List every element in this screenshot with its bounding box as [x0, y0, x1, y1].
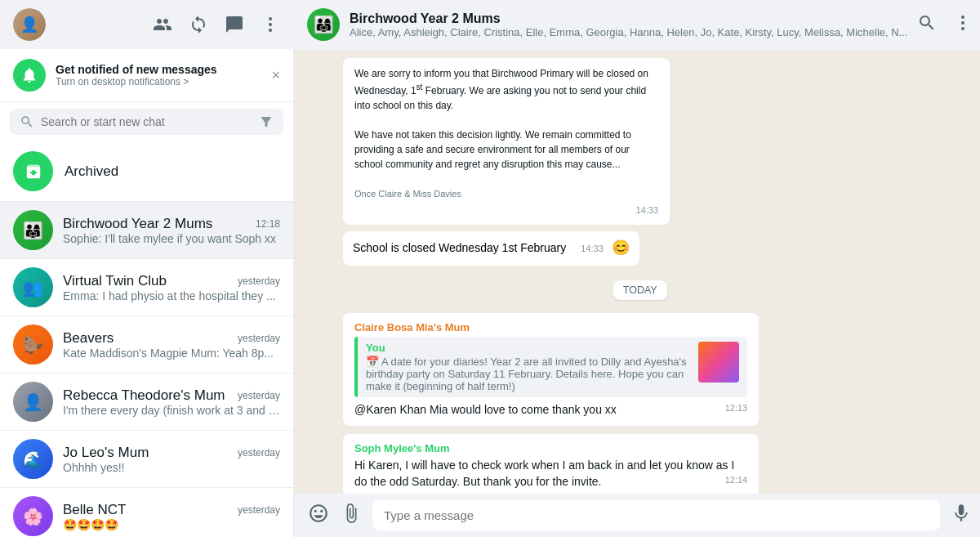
chat-info-birchwood: Birchwood Year 2 Mums 12:18 Sophie: I'll…	[63, 216, 280, 245]
sender-soph: Soph Mylee's Mum	[354, 442, 747, 454]
chat-time: yesterday	[238, 447, 280, 459]
chat-preview: Emma: I had physio at the hospital they …	[63, 289, 280, 302]
msg-time-soph: 12:14	[725, 474, 748, 486]
chat-header-icons	[917, 13, 973, 36]
avatar-virtual-twin: 👥	[13, 267, 53, 307]
chat-item-beavers[interactable]: 🦫 Beavers yesterday Kate Maddison's Magp…	[0, 316, 293, 374]
notif-text: Get notified of new messages Turn on des…	[56, 63, 217, 87]
chat-name: Jo Leo's Mum	[63, 445, 149, 461]
chat-info-rebecca: Rebecca Theodore's Mum yesterday I'm the…	[63, 387, 280, 417]
input-bar	[294, 494, 980, 537]
chat-name: Beavers	[63, 330, 114, 347]
search-inner	[10, 109, 283, 135]
quoted-message: You 📅 A date for your diaries! Year 2 ar…	[354, 337, 747, 397]
notif-subtitle[interactable]: Turn on desktop notifications >	[56, 76, 217, 87]
avatar-birchwood: 👨‍👩‍👧	[13, 210, 53, 250]
school-closed-msg-wrap: School is closed Wednesday 1st February …	[343, 231, 937, 265]
avatar-jo: 🌊	[13, 439, 53, 479]
chat-top: Birchwood Year 2 Mums 12:18	[63, 216, 280, 232]
archive-icon	[13, 151, 53, 191]
chat-time: yesterday	[238, 275, 280, 287]
chat-time: yesterday	[238, 333, 280, 344]
msg-body-claire: @Karen Khan Mia would love to come thank…	[354, 402, 747, 418]
chat-header-members: Alice, Amy, Ashleigh, Claire, Cristina, …	[350, 26, 907, 38]
school-closed-time: 14:33	[581, 243, 604, 255]
emoji-icon[interactable]	[307, 503, 330, 529]
sidebar-header: 👤	[0, 0, 293, 49]
chat-panel: 👨‍👩‍👧 Birchwood Year 2 Mums Alice, Amy, …	[294, 0, 980, 537]
chat-info-jo: Jo Leo's Mum yesterday Ohhhh yes!!	[63, 445, 280, 474]
chat-preview: 🤩🤩🤩🤩	[63, 518, 280, 531]
avatar-beavers: 🦫	[13, 324, 53, 365]
filter-icon[interactable]	[259, 114, 274, 129]
svg-point-0	[269, 17, 272, 20]
chat-item-belle[interactable]: 🌸 Belle NCT yesterday 🤩🤩🤩🤩	[0, 488, 293, 537]
msg-body-soph: Hi Karen, I will have to check work when…	[354, 458, 747, 490]
user-avatar[interactable]: 👤	[13, 8, 46, 41]
chat-name: Belle NCT	[63, 502, 126, 518]
school-message-bubble: We are sorry to inform you that Birchwoo…	[343, 58, 670, 225]
chat-info-virtual-twin: Virtual Twin Club yesterday Emma: I had …	[63, 273, 280, 302]
day-divider: TODAY	[343, 280, 937, 300]
chat-item-virtual-twin[interactable]: 👥 Virtual Twin Club yesterday Emma: I ha…	[0, 259, 293, 316]
group-msg-claire: Claire Bosa Mia's Mum You 📅 A date for y…	[343, 313, 759, 427]
chat-preview: Kate Maddison's Magpie Mum: Yeah 8p...	[63, 347, 280, 360]
search-bar	[0, 102, 293, 141]
day-label: TODAY	[613, 280, 667, 300]
chat-list: 👨‍👩‍👧 Birchwood Year 2 Mums 12:18 Sophie…	[0, 202, 293, 537]
notification-banner: Get notified of new messages Turn on des…	[0, 49, 293, 102]
chat-info-belle: Belle NCT yesterday 🤩🤩🤩🤩	[63, 502, 280, 531]
chat-icon[interactable]	[225, 15, 244, 34]
sender-claire: Claire Bosa Mia's Mum	[354, 321, 747, 333]
chat-time: yesterday	[238, 504, 280, 516]
group-msg-soph: Soph Mylee's Mum Hi Karen, I will have t…	[343, 434, 759, 494]
notif-left: Get notified of new messages Turn on des…	[13, 59, 217, 92]
quoted-thumbnail	[698, 342, 739, 383]
svg-point-4	[961, 21, 964, 25]
refresh-icon[interactable]	[189, 15, 208, 34]
more-options-icon[interactable]	[953, 13, 973, 36]
chat-preview: I'm there every day (finish work at 3 an…	[63, 404, 280, 417]
avatar-belle: 🌸	[13, 496, 53, 536]
school-msg-text: We are sorry to inform you that Birchwoo…	[354, 66, 658, 201]
microphone-icon[interactable]	[950, 503, 973, 529]
search-icon	[20, 114, 34, 129]
chat-header-info: Birchwood Year 2 Mums Alice, Amy, Ashlei…	[350, 11, 907, 38]
more-vertical-icon[interactable]	[261, 15, 280, 34]
attach-icon[interactable]	[340, 503, 363, 529]
chat-preview: Sophie: I'll take mylee if you want Soph…	[63, 232, 280, 245]
chat-info-beavers: Beavers yesterday Kate Maddison's Magpie…	[63, 330, 280, 360]
search-input[interactable]	[41, 115, 252, 128]
quoted-text: 📅 A date for your diaries! Year 2 are al…	[366, 356, 692, 392]
search-chat-icon[interactable]	[917, 13, 937, 36]
chat-header: 👨‍👩‍👧 Birchwood Year 2 Mums Alice, Amy, …	[294, 0, 980, 50]
chat-name: Rebecca Theodore's Mum	[63, 387, 225, 404]
chat-time: 12:18	[256, 218, 280, 230]
notif-title: Get notified of new messages	[56, 63, 217, 76]
messages-area: We are sorry to inform you that Birchwoo…	[294, 50, 980, 494]
svg-point-2	[269, 29, 272, 32]
notif-bell-icon	[13, 59, 46, 92]
message-input[interactable]	[372, 500, 940, 530]
quoted-label: You	[366, 342, 692, 354]
chat-preview: Ohhhh yes!!	[63, 461, 280, 474]
archived-row[interactable]: Archived	[0, 141, 293, 202]
chat-name: Virtual Twin Club	[63, 273, 167, 289]
chat-header-avatar: 👨‍👩‍👧	[307, 8, 340, 41]
chat-item-birchwood[interactable]: 👨‍👩‍👧 Birchwood Year 2 Mums 12:18 Sophie…	[0, 202, 293, 259]
header-icons	[153, 15, 280, 34]
archived-label: Archived	[65, 163, 118, 180]
sidebar: 👤 Get notified of new messages	[0, 0, 294, 537]
school-closed-bubble: School is closed Wednesday 1st February …	[343, 231, 639, 265]
chat-name: Birchwood Year 2 Mums	[63, 216, 212, 232]
msg-time-claire: 12:13	[725, 402, 748, 414]
chat-time: yesterday	[238, 390, 280, 401]
chat-item-rebecca[interactable]: 👤 Rebecca Theodore's Mum yesterday I'm t…	[0, 374, 293, 431]
people-icon[interactable]	[153, 15, 172, 34]
chat-item-jo[interactable]: 🌊 Jo Leo's Mum yesterday Ohhhh yes!!	[0, 431, 293, 488]
chat-header-name: Birchwood Year 2 Mums	[350, 11, 907, 26]
close-notification-button[interactable]: ×	[271, 67, 280, 84]
reaction-icon: 😊	[612, 238, 630, 258]
school-closed-text: School is closed Wednesday 1st February	[353, 240, 566, 257]
svg-point-3	[961, 16, 964, 19]
